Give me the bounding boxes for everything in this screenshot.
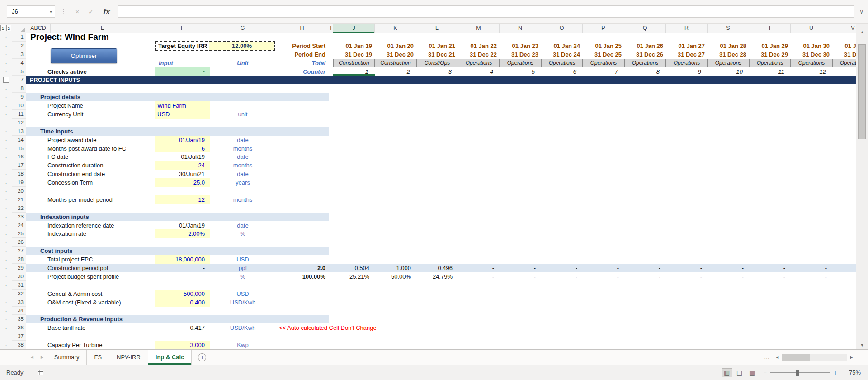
cell-period-start-k[interactable]: 01 Jan 20	[375, 42, 416, 50]
row-header-23[interactable]: 23	[12, 213, 26, 221]
cell-phase-r[interactable]: Operations	[666, 59, 708, 67]
name-box-dropdown-icon[interactable]: ▾	[50, 9, 55, 14]
cell-period-end-m[interactable]: 31 Dec 22	[458, 50, 500, 59]
row-header-12[interactable]: 12	[12, 119, 26, 127]
total-cell[interactable]	[275, 229, 329, 238]
cell-period-start-l[interactable]: 01 Jan 21	[416, 42, 458, 50]
period-value-cell-l[interactable]: 24.79%	[416, 272, 458, 281]
cell[interactable]	[329, 195, 333, 204]
column-header-s[interactable]: S	[708, 24, 749, 33]
period-value-cell-q[interactable]: -	[624, 264, 666, 272]
input-cell[interactable]: 25.0	[155, 178, 210, 187]
section-header[interactable]: Cost inputs	[26, 247, 329, 255]
scroll-down-icon[interactable]: ▼	[856, 343, 868, 347]
cell-counter-r[interactable]: 9	[666, 67, 708, 76]
column-header-p[interactable]: P	[583, 24, 624, 33]
input-cell[interactable]: 12	[155, 195, 210, 204]
row-header-30[interactable]: 30	[12, 272, 26, 281]
row-header-16[interactable]: 16	[12, 152, 26, 161]
cell[interactable]	[210, 67, 275, 76]
zoom-slider[interactable]	[770, 372, 830, 373]
cell-counter-s[interactable]: 10	[708, 67, 749, 76]
cell-period-start-v[interactable]: 01 Jan 31	[832, 42, 856, 50]
outline-level-1-button[interactable]: 1	[0, 25, 5, 31]
outline-gutter-cell[interactable]: ·	[0, 42, 12, 50]
column-header-m[interactable]: M	[458, 24, 500, 33]
period-value-cell-s[interactable]: -	[708, 272, 749, 281]
row-header-22[interactable]: 22	[12, 204, 26, 213]
outline-gutter-cell[interactable]: ·	[0, 101, 12, 110]
outline-gutter-cell[interactable]: ·	[0, 323, 12, 332]
period-value-cell-l[interactable]: 0.496	[416, 264, 458, 272]
total-cell[interactable]	[275, 144, 329, 153]
total-cell[interactable]	[275, 298, 329, 307]
formula-bar-expand-icon[interactable]: ∨	[859, 9, 863, 15]
scroll-up-icon[interactable]: ▲	[856, 30, 868, 34]
row-header-17[interactable]: 17	[12, 161, 26, 170]
outline-gutter-cell[interactable]: ·	[0, 332, 12, 341]
cell-period-end-p[interactable]: 31 Dec 25	[583, 50, 624, 59]
row-header-29[interactable]: 29	[12, 264, 26, 272]
horizontal-scrollbar-track[interactable]	[782, 354, 847, 361]
total-cell[interactable]	[275, 255, 329, 264]
column-header-f[interactable]: F	[155, 24, 210, 33]
total-cell[interactable]	[275, 110, 329, 119]
sheet-tab-npv-irr[interactable]: NPV-IRR	[109, 350, 148, 365]
cell-counter-j[interactable]: 1	[333, 67, 375, 76]
cell-period-start-r[interactable]: 01 Jan 27	[666, 42, 708, 50]
input-cell[interactable]: 18,000,000	[155, 255, 210, 264]
column-header-v[interactable]: V	[832, 24, 856, 33]
normal-view-icon[interactable]: ▦	[722, 368, 732, 377]
cell-phase-v[interactable]: Operations	[832, 59, 856, 67]
period-value-cell-t[interactable]: -	[749, 264, 791, 272]
cell-counter-q[interactable]: 8	[624, 67, 666, 76]
row-header-32[interactable]: 32	[12, 290, 26, 298]
horizontal-scrollbar-thumb[interactable]	[782, 354, 810, 361]
tab-scroll-right-icon[interactable]: ►	[37, 350, 47, 365]
cell-period-start-q[interactable]: 01 Jan 26	[624, 42, 666, 50]
zoom-level[interactable]: 75%	[841, 369, 861, 376]
cell[interactable]	[329, 110, 333, 119]
outline-gutter-cell[interactable]: ·	[0, 161, 12, 170]
zoom-in-icon[interactable]: +	[834, 369, 837, 376]
cell[interactable]	[329, 136, 333, 144]
row-header-7[interactable]: 7	[12, 76, 26, 84]
cell-phase-m[interactable]: Operations	[458, 59, 500, 67]
outline-gutter-cell[interactable]: ·	[0, 229, 12, 238]
outline-level-2-button[interactable]: 2	[6, 25, 11, 31]
total-cell[interactable]	[275, 161, 329, 170]
column-header-abcd[interactable]: ABCD	[26, 24, 51, 33]
outline-gutter-cell[interactable]: ·	[0, 93, 12, 101]
target-irr-box[interactable]: Target Equity IRR12.00%	[155, 41, 275, 51]
row-header-9[interactable]: 9	[12, 93, 26, 101]
outline-gutter-cell[interactable]: ·	[0, 290, 12, 298]
row-header-2[interactable]: 2	[12, 42, 26, 50]
row-header-20[interactable]: 20	[12, 187, 26, 195]
record-macro-icon[interactable]	[37, 369, 44, 376]
cell[interactable]	[329, 59, 333, 67]
cell-period-start-m[interactable]: 01 Jan 22	[458, 42, 500, 50]
scroll-right-icon[interactable]: ►	[847, 355, 856, 360]
cell-phase-n[interactable]: Operations	[500, 59, 541, 67]
period-value-cell-t[interactable]: -	[749, 272, 791, 281]
cell-period-end-j[interactable]: 31 Dec 19	[333, 50, 375, 59]
cell-period-start-u[interactable]: 01 Jan 30	[791, 42, 832, 50]
section-bar[interactable]: PROJECT INPUTS	[26, 76, 856, 84]
row-header-5[interactable]: 5	[12, 67, 26, 76]
total-cell[interactable]	[275, 101, 329, 110]
section-header[interactable]: Time inputs	[26, 127, 329, 136]
period-value-cell-v[interactable]: -	[832, 264, 856, 272]
cell-counter-p[interactable]: 7	[583, 67, 624, 76]
row-header-14[interactable]: 14	[12, 136, 26, 144]
input-cell[interactable]: 500,000	[155, 290, 210, 298]
cell[interactable]	[329, 221, 333, 230]
cell-phase-l[interactable]: Const/Ops	[416, 59, 458, 67]
cell-period-end-o[interactable]: 31 Dec 24	[541, 50, 583, 59]
cell-period-end-q[interactable]: 31 Dec 26	[624, 50, 666, 59]
period-value-cell-q[interactable]: -	[624, 272, 666, 281]
cell[interactable]	[155, 50, 210, 59]
outline-gutter-cell[interactable]: ·	[0, 33, 12, 42]
cell[interactable]	[210, 50, 275, 59]
new-sheet-button[interactable]: +	[198, 353, 206, 361]
input-cell[interactable]: 6	[155, 144, 210, 153]
